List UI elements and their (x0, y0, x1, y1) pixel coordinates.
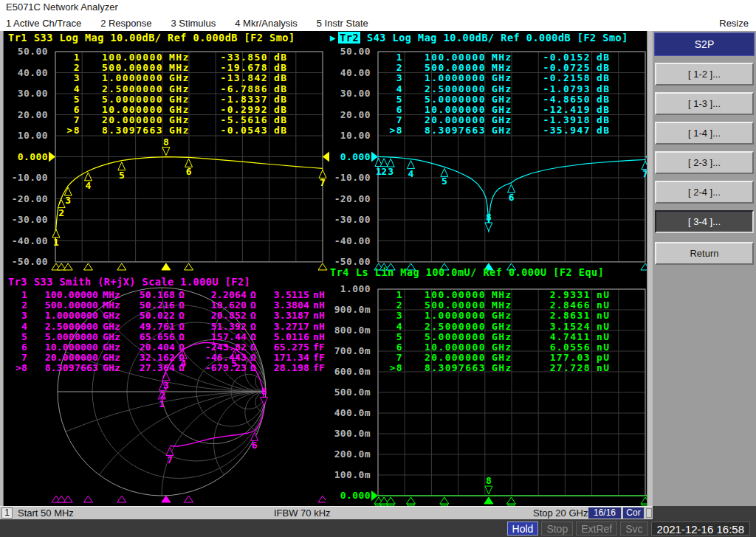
tr1-y-tick: 50.00 (5, 46, 48, 58)
tr4-y-tick: 1.000 (327, 283, 371, 295)
tr3-marker-row: 720.000000GHz32.162Ω-46.443Ω171.34fF (11, 353, 325, 363)
panel-tr3: Tr3S33 Smith (R+jX) Scale 1.000U [F2] 11… (4, 266, 326, 506)
svg-text:3: 3 (388, 166, 394, 177)
instrument-status-bar: Hold Stop ExtRef Svc 2021-12-16 16:58 (0, 519, 756, 537)
datetime-display: 2021-12-16 16:58 (651, 522, 750, 536)
tr1-y-tick: 10.00 (5, 130, 48, 142)
softkey-3-4[interactable]: [ 3-4 ]... (655, 210, 754, 233)
svg-text:7: 7 (167, 454, 173, 465)
tr3-marker-table: 1100.00000MHz50.168Ω2.2064Ω3.5115nH2500.… (11, 290, 325, 374)
tr2-y-tick: -30.00 (327, 214, 371, 226)
tr4-y-tick: 700.0m (327, 345, 371, 357)
tr3-marker-row: 610.000000GHz20.404Ω-243.82Ω65.275fF (11, 342, 325, 353)
tr1-marker-row: >88.3097663GHz-0.0543dB (61, 125, 287, 136)
tr4-marker-row: 55.0000000GHz4.7411nU (384, 332, 610, 342)
tr2-y-tick: 50.00 (327, 46, 371, 58)
svg-text:8: 8 (261, 386, 267, 397)
tr2-marker-row: 2500.00000MHz-0.0725dB (384, 63, 610, 73)
svg-text:8: 8 (486, 212, 492, 223)
tr1-marker-row: 42.5000000GHz-6.7886dB (61, 84, 287, 94)
tr1-marker-row: 1100.00000MHz-33.850dB (61, 52, 287, 63)
start-frequency-label: Start 50 MHz (18, 507, 74, 519)
tr4-y-tick: 200.0m (327, 448, 371, 460)
softkey-2-3[interactable]: [ 2-3 ]... (655, 151, 754, 174)
tr4-y-tick: 600.0m (327, 366, 371, 378)
tr2-marker-row: 610.000000GHz-12.419dB (384, 105, 610, 115)
svg-text:7: 7 (320, 177, 326, 188)
tr4-marker-row: 2500.00000MHz2.8466nU (384, 300, 610, 311)
extref-indicator: ExtRef (576, 522, 617, 536)
tr1-y-tick: 20.00 (5, 109, 48, 121)
svg-text:2: 2 (58, 207, 64, 218)
status-resize-handle (646, 508, 652, 518)
svg-text:4: 4 (86, 180, 92, 191)
menu-active-ch-trace[interactable]: 1 Active Ch/Trace (6, 18, 81, 29)
softkey-menu: S2P [ 1-2 ]...[ 1-3 ]...[ 1-4 ]...[ 2-3 … (653, 31, 756, 506)
tr2-trace-title[interactable]: ▶Tr2S43 Log Mag 10.00dB/ Ref 0.000dB [F2… (330, 32, 628, 44)
tr4-marker-row: 42.5000000GHz3.1524nU (384, 322, 610, 332)
panel-tr2: ▶Tr2S43 Log Mag 10.00dB/ Ref 0.000dB [F2… (326, 31, 647, 266)
tr4-y-tick: 900.0m (327, 304, 371, 316)
menu-stimulus[interactable]: 3 Stimulus (171, 18, 216, 29)
tr4-marker-row: 31.0000000GHz2.8631nU (384, 311, 610, 321)
svg-text:3: 3 (65, 195, 71, 206)
tr1-marker-row: 31.0000000GHz-13.842dB (61, 73, 287, 83)
status-bar-filler (653, 506, 756, 519)
tr3-marker-row: >88.3097663GHz27.364Ω-679.23Ω28.198fF (11, 363, 325, 373)
tr2-y-tick: 10.00 (327, 130, 371, 142)
tr2-y-tick: 40.00 (327, 67, 371, 79)
analyzer-screen: Tr1S33 Log Mag 10.00dB/ Ref 0.000dB [F2 … (4, 31, 647, 506)
menu-instr-state[interactable]: 5 Instr State (317, 18, 368, 29)
tr4-y-tick: 100.0m (327, 469, 371, 481)
tr2-marker-row: 31.0000000GHz-0.2158dB (384, 73, 610, 83)
softkey-1-4[interactable]: [ 1-4 ]... (655, 122, 754, 145)
tr3-marker-row: 31.0000000GHz50.022Ω20.852Ω3.3187nH (11, 311, 325, 321)
tr3-marker-row: 42.5000000GHz49.761Ω51.392Ω3.2717nH (11, 322, 325, 332)
tr2-marker-table: 1100.00000MHz-0.0152dB2500.00000MHz-0.07… (384, 52, 610, 136)
svg-text:5: 5 (441, 176, 447, 187)
menu-resize[interactable]: Resize (719, 18, 749, 29)
svg-text:8: 8 (163, 136, 169, 148)
tr1-y-tick: 40.00 (5, 67, 48, 79)
softkey-return[interactable]: Return (655, 242, 754, 265)
svg-text:6: 6 (509, 192, 515, 203)
tr2-y-tick: 20.00 (327, 109, 371, 121)
softkey-1-3[interactable]: [ 1-3 ]... (655, 92, 754, 115)
app-window: E5071C Network Analyzer 1 Active Ch/Trac… (0, 0, 756, 537)
tr4-y-tick: 800.0m (327, 325, 371, 336)
tr4-y-tick: 400.0m (327, 407, 371, 419)
tr4-trace-title[interactable]: Tr4Ls Lin Mag 100.0mU/ Ref 0.000U [F2 Eq… (330, 266, 604, 278)
stop-indicator: Stop (541, 522, 573, 536)
tr1-marker-row: 2500.00000MHz-19.678dB (61, 63, 287, 73)
svg-text:3: 3 (163, 380, 169, 391)
tr1-marker-row: 610.000000GHz-0.2992dB (61, 105, 287, 115)
tr1-y-tick: 0.000 (5, 151, 48, 163)
tr2-params: S43 Log Mag 10.00dB/ Ref 0.000dB [F2 Smo… (367, 32, 628, 44)
tr1-trace-title[interactable]: Tr1S33 Log Mag 10.00dB/ Ref 0.000dB [F2 … (8, 32, 295, 44)
tr2-y-tick: -20.00 (327, 193, 371, 205)
tr1-y-tick: -20.00 (5, 193, 48, 205)
tr4-marker-row: 1100.00000MHz2.9331nU (384, 290, 610, 300)
tr4-y-tick: 300.0m (327, 428, 371, 440)
tr4-marker-row: 720.000000GHz177.03pU (384, 353, 610, 363)
tr2-marker-row: 720.000000GHz-1.3918dB (384, 115, 610, 125)
tr2-y-tick: 30.00 (327, 88, 371, 100)
tr2-marker-row: 42.5000000GHz-1.0793dB (384, 84, 610, 94)
svg-text:1: 1 (53, 237, 59, 248)
tr4-marker-table: 1100.00000MHz2.9331nU2500.00000MHz2.8466… (384, 290, 610, 374)
tr2-y-tick: 0.000 (327, 151, 371, 163)
trigger-hold-indicator: Hold (507, 522, 539, 536)
menu-bar: 1 Active Ch/Trace 2 Response 3 Stimulus … (0, 15, 756, 31)
softkey-1-2[interactable]: [ 1-2 ]... (655, 63, 754, 86)
tr1-marker-row: 720.000000GHz-5.5616dB (61, 115, 287, 125)
panel-tr4: Tr4Ls Lin Mag 100.0mU/ Ref 0.000U [F2 Eq… (326, 266, 647, 506)
tr1-params: S33 Log Mag 10.00dB/ Ref 0.000dB [F2 Smo… (34, 32, 295, 44)
menu-mkr-analysis[interactable]: 4 Mkr/Analysis (235, 18, 298, 29)
menu-response[interactable]: 2 Response (100, 18, 151, 29)
tr1-y-tick: 30.00 (5, 88, 48, 100)
softkey-2-4[interactable]: [ 2-4 ]... (655, 181, 754, 204)
svg-text:8: 8 (486, 475, 492, 486)
correction-badge: Cor (623, 507, 644, 519)
tr2-y-tick: -10.00 (327, 172, 371, 184)
panel-tr1: Tr1S33 Log Mag 10.00dB/ Ref 0.000dB [F2 … (4, 31, 326, 266)
